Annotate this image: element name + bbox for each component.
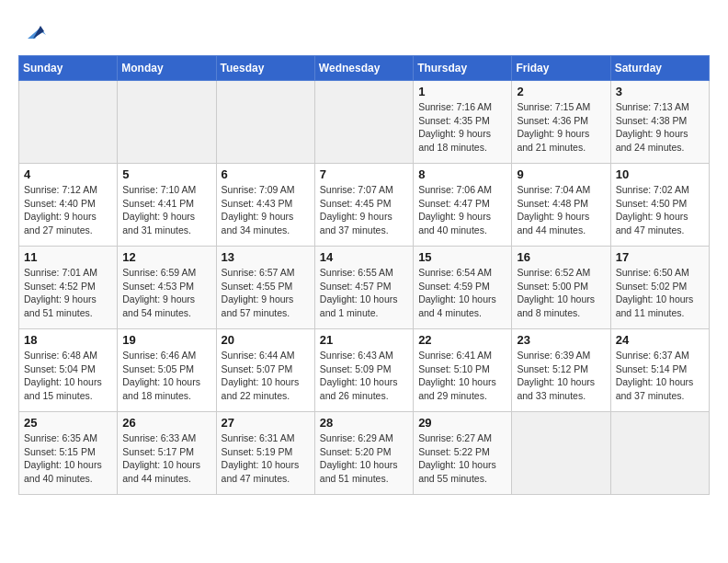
- day-info: Sunrise: 7:12 AMSunset: 4:40 PMDaylight:…: [24, 183, 112, 237]
- calendar-cell: 25Sunrise: 6:35 AMSunset: 5:15 PMDayligh…: [19, 412, 118, 495]
- day-number: 28: [320, 416, 408, 430]
- day-number: 25: [24, 416, 112, 430]
- header-row: SundayMondayTuesdayWednesdayThursdayFrid…: [19, 56, 710, 81]
- week-row-4: 18Sunrise: 6:48 AMSunset: 5:04 PMDayligh…: [19, 329, 710, 412]
- day-info: Sunrise: 6:31 AMSunset: 5:19 PMDaylight:…: [222, 431, 310, 486]
- calendar-cell: [610, 412, 709, 495]
- calendar-table: SundayMondayTuesdayWednesdayThursdayFrid…: [18, 55, 710, 495]
- header-day-wednesday: Wednesday: [314, 56, 413, 81]
- page-header: [18, 18, 710, 46]
- day-info: Sunrise: 6:48 AMSunset: 5:04 PMDaylight:…: [24, 349, 112, 403]
- calendar-cell: 13Sunrise: 6:57 AMSunset: 4:55 PMDayligh…: [216, 247, 314, 329]
- day-info: Sunrise: 7:15 AMSunset: 4:36 PMDaylight:…: [517, 100, 605, 155]
- day-number: 19: [122, 333, 210, 347]
- calendar-cell: 29Sunrise: 6:27 AMSunset: 5:22 PMDayligh…: [414, 412, 512, 495]
- calendar-cell: 14Sunrise: 6:55 AMSunset: 4:57 PMDayligh…: [314, 247, 413, 329]
- day-info: Sunrise: 6:37 AMSunset: 5:14 PMDaylight:…: [616, 349, 704, 403]
- day-number: 17: [616, 250, 704, 264]
- logo-icon: [20, 18, 48, 46]
- day-number: 6: [222, 167, 310, 181]
- calendar-cell: 18Sunrise: 6:48 AMSunset: 5:04 PMDayligh…: [19, 329, 118, 412]
- calendar-cell: 27Sunrise: 6:31 AMSunset: 5:19 PMDayligh…: [216, 412, 314, 495]
- day-info: Sunrise: 7:10 AMSunset: 4:41 PMDaylight:…: [122, 183, 210, 237]
- calendar-cell: 8Sunrise: 7:06 AMSunset: 4:47 PMDaylight…: [414, 164, 512, 247]
- day-number: 9: [517, 167, 605, 181]
- calendar-cell: 15Sunrise: 6:54 AMSunset: 4:59 PMDayligh…: [414, 247, 512, 329]
- calendar-cell: [19, 81, 118, 164]
- day-number: 14: [320, 250, 408, 264]
- day-number: 7: [320, 167, 408, 181]
- day-info: Sunrise: 7:06 AMSunset: 4:47 PMDaylight:…: [418, 183, 506, 237]
- calendar-cell: 24Sunrise: 6:37 AMSunset: 5:14 PMDayligh…: [610, 329, 709, 412]
- calendar-cell: 22Sunrise: 6:41 AMSunset: 5:10 PMDayligh…: [414, 329, 512, 412]
- day-number: 21: [320, 333, 408, 347]
- day-number: 4: [24, 167, 112, 181]
- calendar-cell: 12Sunrise: 6:59 AMSunset: 4:53 PMDayligh…: [118, 247, 216, 329]
- day-number: 20: [222, 333, 310, 347]
- day-number: 15: [418, 250, 506, 264]
- day-info: Sunrise: 6:44 AMSunset: 5:07 PMDaylight:…: [222, 349, 310, 403]
- day-number: 3: [616, 85, 704, 98]
- day-info: Sunrise: 6:55 AMSunset: 4:57 PMDaylight:…: [320, 266, 408, 320]
- day-info: Sunrise: 6:27 AMSunset: 5:22 PMDaylight:…: [418, 431, 506, 486]
- day-info: Sunrise: 7:04 AMSunset: 4:48 PMDaylight:…: [517, 183, 605, 237]
- calendar-cell: 6Sunrise: 7:09 AMSunset: 4:43 PMDaylight…: [216, 164, 314, 247]
- logo: [18, 18, 48, 46]
- day-info: Sunrise: 6:41 AMSunset: 5:10 PMDaylight:…: [418, 349, 506, 403]
- day-number: 23: [517, 333, 605, 347]
- week-row-3: 11Sunrise: 7:01 AMSunset: 4:52 PMDayligh…: [19, 247, 710, 329]
- day-number: 24: [616, 333, 704, 347]
- day-info: Sunrise: 7:16 AMSunset: 4:35 PMDaylight:…: [418, 100, 506, 155]
- calendar-cell: 17Sunrise: 6:50 AMSunset: 5:02 PMDayligh…: [610, 247, 709, 329]
- day-number: 8: [418, 167, 506, 181]
- day-info: Sunrise: 6:33 AMSunset: 5:17 PMDaylight:…: [122, 431, 210, 486]
- header-day-thursday: Thursday: [414, 56, 512, 81]
- day-number: 27: [222, 416, 310, 430]
- day-info: Sunrise: 6:35 AMSunset: 5:15 PMDaylight:…: [24, 431, 112, 486]
- day-number: 16: [517, 250, 605, 264]
- calendar-cell: [118, 81, 216, 164]
- day-info: Sunrise: 6:29 AMSunset: 5:20 PMDaylight:…: [320, 431, 408, 486]
- calendar-cell: 9Sunrise: 7:04 AMSunset: 4:48 PMDaylight…: [512, 164, 610, 247]
- calendar-cell: 16Sunrise: 6:52 AMSunset: 5:00 PMDayligh…: [512, 247, 610, 329]
- day-number: 13: [222, 250, 310, 264]
- calendar-header: SundayMondayTuesdayWednesdayThursdayFrid…: [19, 56, 710, 81]
- day-number: 18: [24, 333, 112, 347]
- day-info: Sunrise: 7:07 AMSunset: 4:45 PMDaylight:…: [320, 183, 408, 237]
- day-info: Sunrise: 7:01 AMSunset: 4:52 PMDaylight:…: [24, 266, 112, 320]
- week-row-5: 25Sunrise: 6:35 AMSunset: 5:15 PMDayligh…: [19, 412, 710, 495]
- calendar-cell: 28Sunrise: 6:29 AMSunset: 5:20 PMDayligh…: [314, 412, 413, 495]
- day-info: Sunrise: 7:02 AMSunset: 4:50 PMDaylight:…: [616, 183, 704, 237]
- calendar-cell: 2Sunrise: 7:15 AMSunset: 4:36 PMDaylight…: [512, 81, 610, 164]
- calendar-cell: 7Sunrise: 7:07 AMSunset: 4:45 PMDaylight…: [314, 164, 413, 247]
- day-number: 1: [418, 85, 506, 98]
- header-day-monday: Monday: [118, 56, 216, 81]
- calendar-cell: 26Sunrise: 6:33 AMSunset: 5:17 PMDayligh…: [118, 412, 216, 495]
- svg-marker-1: [33, 26, 44, 39]
- day-info: Sunrise: 6:50 AMSunset: 5:02 PMDaylight:…: [616, 266, 704, 320]
- day-info: Sunrise: 6:52 AMSunset: 5:00 PMDaylight:…: [517, 266, 605, 320]
- header-day-tuesday: Tuesday: [216, 56, 314, 81]
- calendar-cell: 4Sunrise: 7:12 AMSunset: 4:40 PMDaylight…: [19, 164, 118, 247]
- day-info: Sunrise: 6:57 AMSunset: 4:55 PMDaylight:…: [222, 266, 310, 320]
- calendar-cell: [314, 81, 413, 164]
- calendar-cell: 19Sunrise: 6:46 AMSunset: 5:05 PMDayligh…: [118, 329, 216, 412]
- calendar-cell: 21Sunrise: 6:43 AMSunset: 5:09 PMDayligh…: [314, 329, 413, 412]
- day-number: 10: [616, 167, 704, 181]
- day-number: 12: [122, 250, 210, 264]
- day-number: 22: [418, 333, 506, 347]
- calendar-cell: 3Sunrise: 7:13 AMSunset: 4:38 PMDaylight…: [610, 81, 709, 164]
- week-row-2: 4Sunrise: 7:12 AMSunset: 4:40 PMDaylight…: [19, 164, 710, 247]
- day-info: Sunrise: 6:46 AMSunset: 5:05 PMDaylight:…: [122, 349, 210, 403]
- day-number: 26: [122, 416, 210, 430]
- calendar-cell: [216, 81, 314, 164]
- calendar-cell: 23Sunrise: 6:39 AMSunset: 5:12 PMDayligh…: [512, 329, 610, 412]
- day-info: Sunrise: 6:43 AMSunset: 5:09 PMDaylight:…: [320, 349, 408, 403]
- day-info: Sunrise: 7:09 AMSunset: 4:43 PMDaylight:…: [222, 183, 310, 237]
- day-info: Sunrise: 6:54 AMSunset: 4:59 PMDaylight:…: [418, 266, 506, 320]
- calendar-cell: 10Sunrise: 7:02 AMSunset: 4:50 PMDayligh…: [610, 164, 709, 247]
- day-info: Sunrise: 6:59 AMSunset: 4:53 PMDaylight:…: [122, 266, 210, 320]
- calendar-cell: 5Sunrise: 7:10 AMSunset: 4:41 PMDaylight…: [118, 164, 216, 247]
- day-info: Sunrise: 7:13 AMSunset: 4:38 PMDaylight:…: [616, 100, 704, 155]
- week-row-1: 1Sunrise: 7:16 AMSunset: 4:35 PMDaylight…: [19, 81, 710, 164]
